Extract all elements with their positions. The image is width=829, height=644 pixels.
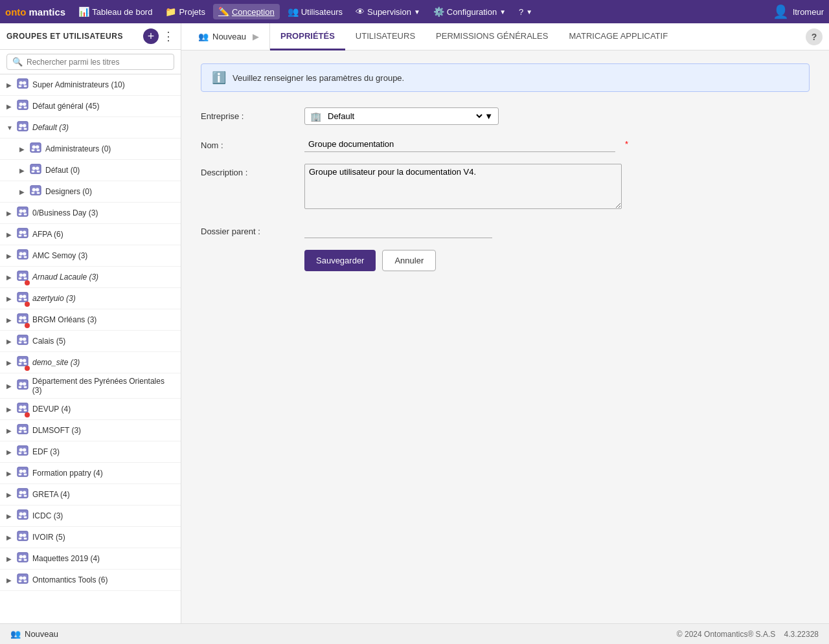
- utilisateurs-icon: 👥: [288, 6, 299, 17]
- sidebar-item-formation-ppatry[interactable]: ▶ Formation ppatry (4): [0, 463, 181, 484]
- red-badge: [25, 302, 30, 307]
- svg-point-46: [19, 273, 23, 276]
- sidebar-item-amc-semoy[interactable]: ▶ AMC Semoy (3): [0, 245, 181, 267]
- sidebar-item-super-admin[interactable]: ▶ Super Administrateurs (10): [0, 74, 181, 96]
- add-group-button[interactable]: +: [143, 28, 159, 44]
- svg-point-91: [19, 469, 23, 472]
- configuration-icon: ⚙️: [433, 6, 444, 17]
- group-icon: [17, 423, 28, 438]
- nav-conception[interactable]: ✏️ Conception: [213, 4, 280, 19]
- footer-new-button[interactable]: 👥 Nouveau: [10, 629, 58, 639]
- tab-utilisateurs[interactable]: UTILISATEURS: [345, 23, 426, 50]
- select-entreprise-wrapper[interactable]: 🏢 Default ▼: [304, 107, 499, 125]
- sidebar-item-azertyuio[interactable]: ▶ azertyuio (3): [0, 288, 181, 309]
- svg-point-67: [23, 359, 26, 362]
- chevron-right-icon: ▶: [6, 103, 14, 110]
- group-icon: [17, 573, 28, 587]
- chevron-right-icon: ▶: [6, 210, 14, 217]
- dossier-input[interactable]: [304, 223, 492, 238]
- tab-proprietes[interactable]: PROPRIÉTÉS: [270, 23, 345, 50]
- select-dropdown-icon: ▼: [484, 111, 493, 121]
- entreprise-select[interactable]: Default: [325, 111, 484, 122]
- group-icon: [17, 466, 28, 480]
- chevron-right-icon: ▶: [6, 338, 14, 345]
- chevron-right-icon: ▶: [6, 555, 14, 562]
- group-icon: [17, 120, 28, 135]
- sidebar-item-dept-pyr-or[interactable]: ▶ Département des Pyrénées Orientales (3…: [0, 373, 181, 399]
- svg-point-36: [19, 230, 23, 234]
- group-icon: [17, 291, 28, 305]
- save-button[interactable]: Sauvegarder: [304, 250, 376, 271]
- nav-projets[interactable]: 📁 Projets: [160, 4, 210, 19]
- tab-new-button[interactable]: 👥 Nouveau ▶: [188, 23, 270, 50]
- nav-configuration[interactable]: ⚙️ Configuration ▼: [428, 4, 511, 19]
- svg-point-87: [23, 448, 26, 451]
- svg-rect-44: [24, 256, 27, 258]
- svg-rect-49: [24, 278, 27, 280]
- sidebar-item-designers[interactable]: ▶ Designers (0): [0, 181, 181, 203]
- svg-point-31: [19, 209, 23, 212]
- svg-rect-64: [24, 342, 27, 344]
- sidebar-header: GROUPES ET UTILISATEURS + ⋮: [0, 23, 181, 50]
- sidebar-item-devup[interactable]: ▶ DEVUP (4): [0, 399, 181, 420]
- sidebar-item-label: Département des Pyrénées Orientales (3): [32, 377, 174, 395]
- svg-point-81: [19, 427, 23, 430]
- tab-permissions-generales[interactable]: PERMISSIONS GÉNÉRALES: [426, 23, 558, 50]
- cancel-button[interactable]: Annuler: [382, 250, 436, 271]
- sidebar-item-defaut-general[interactable]: ▶ Défaut général (45): [0, 96, 181, 117]
- form-area: ℹ️ Veuillez renseigner les paramètres du…: [181, 50, 829, 623]
- chevron-right-icon: ▶: [19, 146, 27, 153]
- svg-point-66: [19, 359, 23, 362]
- sidebar-item-label: ICDC (3): [32, 511, 63, 520]
- svg-point-32: [23, 209, 26, 212]
- chevron-right-icon: ▶: [19, 188, 27, 195]
- svg-point-116: [19, 576, 23, 579]
- help-button[interactable]: ?: [806, 28, 823, 45]
- sidebar-item-greta[interactable]: ▶ GRETA (4): [0, 484, 181, 505]
- chevron-right-icon: ▶: [6, 82, 14, 89]
- sidebar-item-icdc[interactable]: ▶ ICDC (3): [0, 505, 181, 527]
- search-input[interactable]: [27, 58, 168, 67]
- tab-matricage-applicatif[interactable]: MATRICAGE APPLICATIF: [558, 23, 678, 50]
- sidebar-item-arnaud-lacaule[interactable]: ▶ Arnaud Lacaule (3): [0, 267, 181, 288]
- svg-rect-88: [19, 452, 22, 454]
- app-logo[interactable]: ontomantics: [5, 6, 65, 17]
- sidebar-item-maquettes-2019[interactable]: ▶ Maquettes 2019 (4): [0, 548, 181, 570]
- sidebar-item-brgm-orleans[interactable]: ▶ BRGM Orléans (3): [0, 309, 181, 331]
- sidebar-item-ontomantics-tools[interactable]: ▶ Ontomantics Tools (6): [0, 570, 181, 591]
- sidebar-item-label: Défaut général (45): [32, 102, 99, 111]
- nav-help[interactable]: ? ▼: [514, 5, 538, 19]
- svg-point-62: [23, 337, 26, 340]
- form-row-nom: Nom : *: [201, 137, 810, 152]
- sidebar-item-label: GRETA (4): [32, 490, 70, 499]
- nav-utilisateurs[interactable]: 👥 Utilisateurs: [282, 4, 348, 19]
- user-menu[interactable]: 👤 ltromeur: [773, 4, 824, 19]
- sidebar-item-ivoir[interactable]: ▶ IVOIR (5): [0, 527, 181, 548]
- group-icon: [17, 402, 28, 416]
- sidebar-item-dlmsoft[interactable]: ▶ DLMSOFT (3): [0, 420, 181, 441]
- description-textarea[interactable]: Groupe utilisateur pour la documentation…: [304, 164, 622, 209]
- nom-input[interactable]: [304, 137, 615, 152]
- svg-rect-28: [32, 192, 35, 194]
- sidebar-item-default[interactable]: ▼ Default (3): [0, 117, 181, 139]
- conception-icon: ✏️: [218, 6, 229, 17]
- sidebar-item-administrateurs[interactable]: ▶ Administrateurs (0): [0, 139, 181, 160]
- nav-tableau-de-bord[interactable]: 📊 Tableau de bord: [73, 4, 157, 19]
- sidebar-item-calais[interactable]: ▶ Calais (5): [0, 331, 181, 352]
- svg-point-61: [19, 337, 23, 340]
- group-icon: [17, 78, 28, 92]
- sidebar-item-demo-site[interactable]: ▶ demo_site (3): [0, 352, 181, 373]
- more-options-button[interactable]: ⋮: [163, 29, 174, 43]
- sidebar-item-business-day[interactable]: ▶ 0/Business Day (3): [0, 203, 181, 224]
- sidebar-item-edf[interactable]: ▶ EDF (3): [0, 441, 181, 463]
- form-label-entreprise: Entreprise :: [201, 107, 304, 121]
- chevron-right-icon: ▶: [6, 534, 14, 541]
- svg-point-82: [23, 427, 26, 430]
- nav-supervision[interactable]: 👁 Supervision ▼: [350, 4, 426, 19]
- sidebar-item-afpa[interactable]: ▶ AFPA (6): [0, 224, 181, 245]
- group-icon: [17, 270, 28, 284]
- form-row-description: Description : Groupe utilisateur pour la…: [201, 164, 810, 211]
- svg-point-37: [23, 230, 26, 234]
- sidebar-item-defaut-child[interactable]: ▶ Défaut (0): [0, 160, 181, 181]
- sidebar-item-label: 0/Business Day (3): [32, 208, 98, 217]
